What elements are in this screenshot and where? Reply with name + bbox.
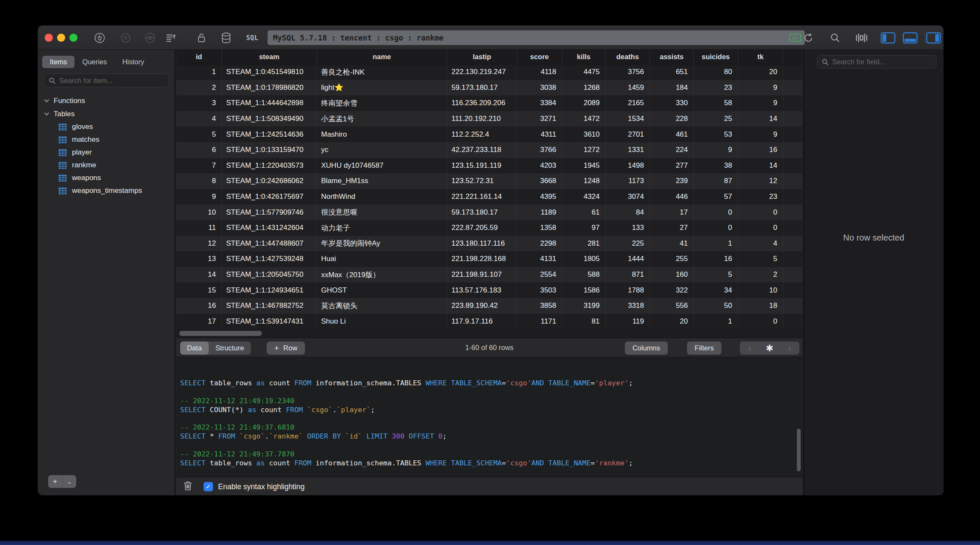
cell-score[interactable]: 3668 bbox=[517, 173, 562, 189]
cell-score[interactable]: 3766 bbox=[517, 142, 562, 158]
cell-tk[interactable]: 9 bbox=[738, 80, 783, 96]
cell-suicides[interactable]: 58 bbox=[694, 95, 738, 111]
cell-lastip[interactable]: 222.130.219.247 bbox=[447, 64, 517, 80]
cell-score[interactable]: 4118 bbox=[517, 64, 562, 80]
cell-name[interactable]: Huai bbox=[317, 251, 447, 267]
cell-name[interactable]: GHOST bbox=[317, 282, 447, 298]
cell-deaths[interactable]: 1444 bbox=[606, 251, 650, 267]
cell-kills[interactable]: 1472 bbox=[562, 111, 606, 127]
cell-suicides[interactable]: 87 bbox=[694, 173, 738, 189]
cell-assists[interactable]: 17 bbox=[650, 204, 694, 220]
cell-lastip[interactable]: 123.52.72.31 bbox=[447, 173, 517, 189]
sidebar-item-table-rankme[interactable]: rankme bbox=[38, 159, 175, 172]
cell-name[interactable]: 莫古离锁头 bbox=[317, 298, 447, 314]
cell-steam[interactable]: STEAM_1:1:444642898 bbox=[222, 95, 317, 111]
cell-deaths[interactable]: 1459 bbox=[606, 80, 650, 96]
cell-tk[interactable]: 23 bbox=[738, 189, 783, 205]
cell-kills[interactable]: 81 bbox=[562, 314, 606, 330]
cell-id[interactable]: 17 bbox=[176, 314, 222, 330]
cell-assists[interactable]: 330 bbox=[650, 95, 694, 111]
cell-lastip[interactable]: 223.89.190.42 bbox=[447, 298, 517, 314]
column-header-tk[interactable]: tk bbox=[738, 50, 783, 64]
cell-steam[interactable]: STEAM_1:1:508349490 bbox=[222, 111, 317, 127]
table-row[interactable]: 16STEAM_1:1:467882752莫古离锁头223.89.190.423… bbox=[176, 298, 802, 314]
horizontal-scrollbar[interactable] bbox=[176, 329, 802, 338]
cell-kills[interactable]: 97 bbox=[562, 220, 606, 236]
cell-name[interactable]: Mashiro bbox=[317, 126, 447, 142]
cell-deaths[interactable]: 3074 bbox=[606, 189, 650, 205]
cell-deaths[interactable]: 3318 bbox=[606, 298, 650, 314]
cell-kills[interactable]: 1805 bbox=[562, 251, 606, 267]
cell-assists[interactable]: 160 bbox=[650, 267, 694, 283]
sidebar-item-table-weapons_timestamps[interactable]: weapons_timestamps bbox=[38, 184, 175, 197]
cell-score[interactable]: 1171 bbox=[517, 314, 562, 330]
cell-deaths[interactable]: 133 bbox=[606, 220, 650, 236]
cell-suicides[interactable]: 23 bbox=[694, 80, 738, 96]
column-header-assists[interactable]: assists bbox=[650, 50, 694, 64]
cell-suicides[interactable]: 0 bbox=[694, 204, 738, 220]
table-row[interactable]: 12STEAM_1:1:447488607年岁是我的闹钟Ay123.180.11… bbox=[176, 236, 802, 252]
cell-id[interactable]: 6 bbox=[176, 142, 222, 158]
cell-steam[interactable]: STEAM_1:1:431242604 bbox=[222, 220, 317, 236]
cell-kills[interactable]: 3610 bbox=[562, 126, 606, 142]
disconnect-icon[interactable] bbox=[119, 31, 132, 45]
cell-lastip[interactable]: 221.198.91.107 bbox=[447, 267, 517, 283]
cell-tk[interactable]: 0 bbox=[738, 314, 783, 330]
cell-tk[interactable]: 4 bbox=[738, 236, 783, 252]
cell-steam[interactable]: STEAM_1:1:447488607 bbox=[222, 236, 317, 252]
cell-name[interactable]: 终南望余雪 bbox=[317, 95, 447, 111]
table-row[interactable]: 8STEAM_1:0:242686062Blame_HM1ss123.52.72… bbox=[176, 173, 802, 189]
cell-name[interactable]: Blame_HM1ss bbox=[317, 173, 447, 189]
cell-assists[interactable]: 41 bbox=[650, 236, 694, 252]
cell-assists[interactable]: 228 bbox=[650, 111, 694, 127]
cell-id[interactable]: 7 bbox=[176, 158, 222, 174]
cell-score[interactable]: 3384 bbox=[517, 95, 562, 111]
cell-steam[interactable]: STEAM_1:1:539147431 bbox=[222, 314, 317, 330]
cell-suicides[interactable]: 38 bbox=[694, 158, 738, 174]
sidebar-item-table-weapons[interactable]: weapons bbox=[38, 172, 175, 184]
add-icon[interactable]: + bbox=[48, 475, 62, 488]
table-row[interactable]: 3STEAM_1:1:444642898终南望余雪116.236.209.206… bbox=[176, 95, 802, 111]
cell-suicides[interactable]: 50 bbox=[694, 298, 738, 314]
cell-steam[interactable]: STEAM_1:0:451549810 bbox=[222, 64, 317, 80]
cell-score[interactable]: 3858 bbox=[517, 298, 562, 314]
sidebar-item-table-gloves[interactable]: gloves bbox=[38, 120, 175, 133]
column-header-deaths[interactable]: deaths bbox=[606, 50, 650, 64]
cell-tk[interactable]: 0 bbox=[738, 220, 783, 236]
cell-name[interactable]: 小孟孟1号 bbox=[317, 111, 447, 127]
column-header-lastip[interactable]: lastip bbox=[447, 50, 517, 64]
cell-lastip[interactable]: 116.236.209.206 bbox=[447, 95, 517, 111]
cell-name[interactable]: 很没意思喔 bbox=[317, 204, 447, 220]
gear-icon[interactable]: ✱ bbox=[760, 341, 780, 355]
cell-lastip[interactable]: 117.9.17.116 bbox=[447, 314, 517, 330]
cell-suicides[interactable]: 1 bbox=[694, 314, 738, 330]
cell-score[interactable]: 3038 bbox=[517, 80, 562, 96]
cell-id[interactable]: 14 bbox=[176, 267, 222, 283]
view-tab-data[interactable]: Data bbox=[180, 341, 209, 355]
cell-kills[interactable]: 1268 bbox=[562, 80, 606, 96]
cell-lastip[interactable]: 59.173.180.17 bbox=[447, 204, 517, 220]
column-header-kills[interactable]: kills bbox=[562, 50, 606, 64]
cell-deaths[interactable]: 871 bbox=[606, 267, 650, 283]
cell-deaths[interactable]: 225 bbox=[606, 236, 650, 252]
cell-tk[interactable]: 14 bbox=[738, 158, 783, 174]
table-row[interactable]: 17STEAM_1:1:539147431Shuo Li117.9.17.116… bbox=[176, 314, 802, 330]
prev-page-button[interactable]: ‹ bbox=[740, 341, 760, 355]
cell-assists[interactable]: 27 bbox=[650, 220, 694, 236]
cell-score[interactable]: 1358 bbox=[517, 220, 562, 236]
cell-assists[interactable]: 20 bbox=[650, 314, 694, 330]
cell-steam[interactable]: STEAM_1:1:242514636 bbox=[222, 126, 317, 142]
cell-deaths[interactable]: 1498 bbox=[606, 158, 650, 174]
cell-deaths[interactable]: 1331 bbox=[606, 142, 650, 158]
sidebar-add-button[interactable]: + ⌄ bbox=[48, 475, 76, 488]
zoom-window-button[interactable] bbox=[69, 34, 78, 42]
cell-score[interactable]: 4203 bbox=[517, 158, 562, 174]
cell-suicides[interactable]: 57 bbox=[694, 189, 738, 205]
cell-deaths[interactable]: 1534 bbox=[606, 111, 650, 127]
cell-score[interactable]: 2554 bbox=[517, 267, 562, 283]
cell-score[interactable]: 3503 bbox=[517, 282, 562, 298]
cell-steam[interactable]: STEAM_1:0:133159470 bbox=[222, 142, 317, 158]
cell-tk[interactable]: 14 bbox=[738, 111, 783, 127]
column-header-steam[interactable]: steam bbox=[222, 50, 317, 64]
column-header-suicides[interactable]: suicides bbox=[694, 50, 738, 64]
